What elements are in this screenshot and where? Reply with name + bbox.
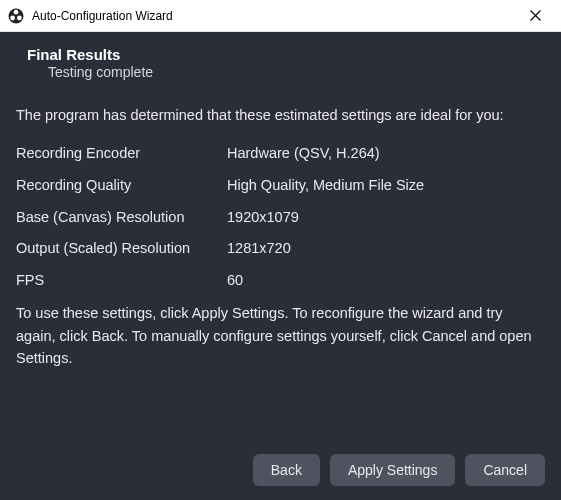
settings-value: 60 <box>227 267 545 295</box>
settings-value: 1281x720 <box>227 235 545 263</box>
body-section: The program has determined that these es… <box>16 104 545 370</box>
svg-point-1 <box>14 9 19 14</box>
app-icon <box>8 8 24 24</box>
close-icon <box>530 10 541 21</box>
settings-label: Recording Quality <box>16 172 227 200</box>
svg-point-3 <box>17 15 22 20</box>
settings-value: Hardware (QSV, H.264) <box>227 140 545 168</box>
svg-point-2 <box>10 15 15 20</box>
footer-text: To use these settings, click Apply Setti… <box>16 302 545 369</box>
settings-label: Output (Scaled) Resolution <box>16 235 227 263</box>
settings-row: Output (Scaled) Resolution 1281x720 <box>16 235 545 263</box>
settings-label: Recording Encoder <box>16 140 227 168</box>
spacer <box>16 370 545 450</box>
settings-row: FPS 60 <box>16 267 545 295</box>
settings-value: High Quality, Medium File Size <box>227 172 545 200</box>
window-title: Auto-Configuration Wizard <box>32 9 519 23</box>
settings-row: Recording Encoder Hardware (QSV, H.264) <box>16 140 545 168</box>
settings-row: Recording Quality High Quality, Medium F… <box>16 172 545 200</box>
intro-text: The program has determined that these es… <box>16 104 545 126</box>
titlebar: Auto-Configuration Wizard <box>0 0 561 32</box>
cancel-button[interactable]: Cancel <box>465 454 545 486</box>
apply-settings-button[interactable]: Apply Settings <box>330 454 456 486</box>
close-button[interactable] <box>519 0 551 32</box>
wizard-window: Auto-Configuration Wizard Final Results … <box>0 0 561 500</box>
header-section: Final Results Testing complete <box>16 46 545 80</box>
content-area: Final Results Testing complete The progr… <box>0 32 561 500</box>
settings-value: 1920x1079 <box>227 204 545 232</box>
page-subtitle: Testing complete <box>16 64 545 80</box>
settings-label: FPS <box>16 267 227 295</box>
back-button[interactable]: Back <box>253 454 320 486</box>
settings-row: Base (Canvas) Resolution 1920x1079 <box>16 204 545 232</box>
settings-label: Base (Canvas) Resolution <box>16 204 227 232</box>
button-row: Back Apply Settings Cancel <box>16 450 545 486</box>
page-title: Final Results <box>16 46 545 63</box>
